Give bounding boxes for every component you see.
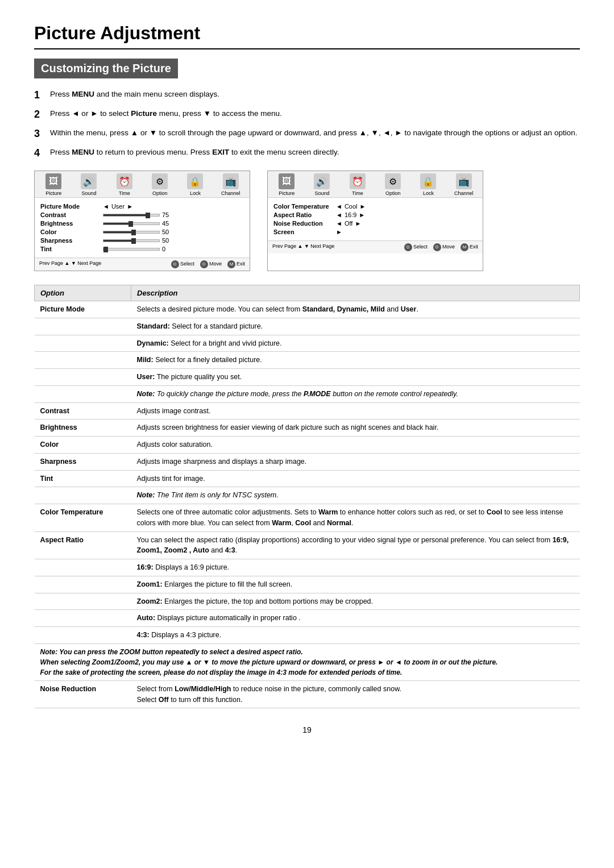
description-cell: Zoom1: Enlarges the picture to fill the … (131, 576, 580, 593)
table-row: BrightnessAdjusts screen brightness for … (35, 420, 580, 437)
table-row: Color TemperatureSelects one of three au… (35, 504, 580, 532)
arrow-left: ◄ (336, 220, 342, 227)
icon-label: Sound (314, 190, 329, 196)
slider-value: 45 (162, 220, 169, 227)
option-cell (35, 352, 131, 369)
description-cell: Adjusts image contrast. (131, 402, 580, 420)
arrow-left: ◄ (103, 203, 109, 210)
description-cell: You can select the aspect ratio (display… (131, 531, 580, 559)
option-cell: Picture Mode (35, 301, 131, 318)
icon-image: 🖼 (45, 173, 61, 189)
option-cell (35, 487, 131, 504)
menus-row: 🖼 Picture 🔊 Sound ⏰ Time ⚙ Option 🔒 Lock… (34, 171, 580, 271)
btn-icon: M (227, 260, 235, 268)
icon-image: ⏰ (117, 173, 132, 189)
menu-icon-picture: 🖼 Picture (273, 173, 300, 196)
slider-thumb (103, 247, 108, 252)
slider-bar (103, 222, 160, 225)
menu-icons-row: 🖼 Picture 🔊 Sound ⏰ Time ⚙ Option 🔒 Lock… (35, 171, 250, 198)
description-cell: Zoom2: Enlarges the picture, the top and… (131, 593, 580, 610)
description-cell: 16:9: Displays a 16:9 picture. (131, 559, 580, 576)
btn-icon: ⊙ (200, 260, 208, 268)
description-cell: Selects a desired picture mode. You can … (131, 301, 580, 318)
description-cell: Adjusts tint for image. (131, 470, 580, 487)
menu-row-label: Sharpness (40, 237, 103, 244)
menu-row: Screen► (273, 229, 477, 235)
option-cell: Tint (35, 470, 131, 487)
table-row: Note: To quickly change the picture mode… (35, 385, 580, 402)
table-row: Noise ReductionSelect from Low/Middle/Hi… (35, 680, 580, 708)
option-cell (35, 559, 131, 576)
icon-image: 📺 (223, 173, 239, 189)
menu-row: Picture Mode◄ User ► (40, 203, 244, 210)
description-cell: Selects one of three automatic color adj… (131, 504, 580, 532)
table-row: Standard: Select for a standard picture. (35, 318, 580, 335)
menu-icon-sound: 🔊 Sound (308, 173, 335, 196)
description-cell: Dynamic: Select for a bright and vivid p… (131, 335, 580, 352)
menu-row: Color 50 (40, 229, 244, 235)
table-row: User: The picture quality you set. (35, 369, 580, 386)
menu-icon-lock: 🔒 Lock (181, 173, 209, 196)
menu-icon-sound: 🔊 Sound (75, 173, 102, 196)
table-row: Zoom2: Enlarges the picture, the top and… (35, 593, 580, 610)
menu-row-value: 50 (103, 229, 244, 235)
table-row: Zoom1: Enlarges the picture to fill the … (35, 576, 580, 593)
menu-row-label: Color (40, 229, 103, 235)
menu-row-value: 45 (103, 220, 244, 227)
description-cell: Standard: Select for a standard picture. (131, 318, 580, 335)
note-row: Note: You can press the ZOOM button repe… (35, 643, 580, 680)
menu-row-label: Screen (273, 229, 336, 235)
btn-icon: ⊙ (433, 243, 441, 251)
selector-value: 16:9 (345, 211, 356, 218)
option-cell (35, 335, 131, 352)
selector-value: User (111, 203, 125, 210)
step-text: Within the menu, press ▲ or ▼ to scroll … (50, 127, 577, 139)
arrow-right: ► (355, 220, 361, 227)
table-row: 4:3: Displays a 4:3 picture. (35, 627, 580, 644)
footer-btn: MExit (227, 260, 245, 268)
menu-row-label: Aspect Ratio (273, 211, 336, 218)
arrow-right: ► (360, 203, 366, 210)
slider-fill (103, 223, 128, 225)
btn-icon: ⊙ (404, 243, 412, 251)
description-cell: User: The picture quality you set. (131, 369, 580, 386)
option-table: Option Description Picture ModeSelects a… (34, 285, 580, 708)
menu-row: Noise Reduction◄ Off ► (273, 220, 477, 227)
step-1: 1Press MENU and the main menu screen dis… (34, 89, 580, 101)
slider-bar (103, 248, 160, 251)
table-row: Mild: Select for a finely detailed pictu… (35, 352, 580, 369)
table-header-description: Description (131, 285, 580, 301)
menu-box-menu2: 🖼 Picture 🔊 Sound ⏰ Time ⚙ Option 🔒 Lock… (267, 171, 483, 271)
menu-row-label: Tint (40, 246, 103, 252)
menu-icon-channel: 📺 Channel (217, 173, 244, 196)
slider-thumb (146, 213, 150, 218)
step-number: 1 (34, 89, 50, 101)
menu-row-label: Picture Mode (40, 203, 103, 210)
menu-row-value: 50 (103, 237, 244, 244)
option-cell (35, 576, 131, 593)
option-cell: Contrast (35, 402, 131, 420)
menu-row-label: Contrast (40, 211, 103, 218)
menu-row: Contrast 75 (40, 211, 244, 218)
step-number: 2 (34, 108, 50, 121)
menu-row-value: 75 (103, 211, 244, 218)
icon-image: ⚙ (152, 173, 168, 189)
step-number: 4 (34, 147, 50, 159)
note-cell: Note: You can press the ZOOM button repe… (35, 643, 580, 680)
menu-icon-picture: 🖼 Picture (40, 173, 67, 196)
footer-buttons: ⊙Select⊙MoveMExit (171, 260, 245, 268)
icon-label: Lock (190, 190, 201, 196)
menu-footer: Prev Page ▲ ▼ Next Page ⊙Select⊙MoveMExi… (35, 258, 250, 271)
slider-thumb (128, 221, 133, 227)
slider-value: 50 (162, 229, 169, 235)
slider-value: 50 (162, 237, 169, 244)
footer-buttons: ⊙Select⊙MoveMExit (404, 243, 478, 251)
option-cell: Sharpness (35, 453, 131, 470)
icon-label: Option (152, 190, 168, 196)
slider-bar (103, 214, 160, 217)
menu-row-value: ◄ 16:9 ► (336, 211, 477, 218)
slider-value: 0 (162, 246, 165, 252)
icon-label: Time (352, 190, 363, 196)
option-cell (35, 593, 131, 610)
menu-icon-option: ⚙ Option (146, 173, 173, 196)
